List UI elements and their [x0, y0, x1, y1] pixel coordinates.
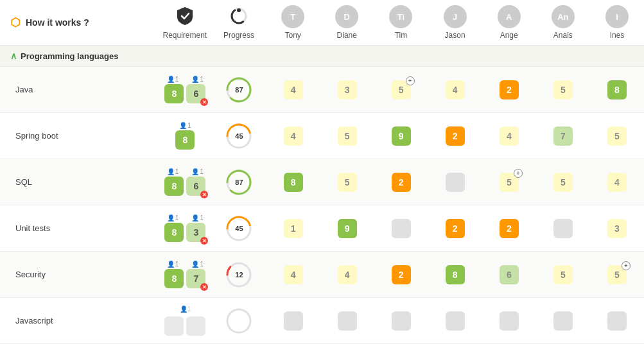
badge-tony[interactable]: 4 — [284, 265, 303, 284]
badge-diane[interactable]: 9 — [338, 219, 357, 238]
count-label-1: 👤1 — [167, 214, 179, 221]
progress-circle: 87 — [225, 76, 253, 104]
progress-icon — [230, 6, 248, 28]
badge-jason[interactable]: 4 — [446, 80, 465, 100]
badge-diane[interactable] — [338, 311, 357, 331]
person-cell-ines: 3 — [590, 219, 644, 238]
req-badge-val2[interactable]: 6✕ — [186, 84, 205, 103]
avatar-jason: J — [444, 5, 467, 28]
badge-ines[interactable]: 4 — [607, 173, 627, 192]
progress-circle: 45 — [225, 122, 253, 150]
badge-anais[interactable]: 7 — [553, 126, 573, 146]
badge-jason[interactable]: 2 — [446, 219, 465, 238]
label-jason: Jason — [445, 31, 466, 40]
badge-tony[interactable] — [284, 311, 303, 331]
badge-tim[interactable]: 9 — [392, 126, 411, 146]
error-dot-icon: ✕ — [200, 191, 208, 198]
badge-jason[interactable] — [446, 311, 465, 331]
badge-anais[interactable]: 5 — [553, 80, 573, 100]
prog-cell: 45 — [212, 214, 266, 243]
count-label-1: 👤1 — [179, 122, 191, 129]
badge-ange[interactable]: 5+ — [500, 173, 519, 192]
badge-ines[interactable]: 3 — [607, 219, 627, 238]
label-diane: Diane — [337, 31, 357, 40]
badge-tim[interactable] — [392, 311, 411, 331]
badge-anais[interactable] — [553, 311, 573, 331]
prog-cell: 87 — [212, 168, 266, 196]
person-cell-ange: 5+ — [482, 173, 536, 192]
req-badge-val1[interactable]: 8 — [164, 269, 184, 288]
person-cell-tony — [266, 311, 320, 331]
badge-ines[interactable]: 5+ — [607, 265, 627, 284]
badge-tim[interactable]: 5+ — [392, 80, 411, 100]
badge-anais[interactable]: 5 — [553, 265, 573, 284]
badge-diane[interactable]: 3 — [338, 80, 357, 100]
badge-diane[interactable]: 4 — [338, 265, 357, 284]
badge-diane[interactable]: 5 — [338, 126, 357, 146]
req-cell: 👤1 8 — [158, 122, 212, 150]
req-badge-val2[interactable]: 3✕ — [186, 223, 205, 242]
header-col-tony: T Tony — [266, 5, 320, 40]
avatar-diane: D — [335, 5, 358, 28]
badge-tony[interactable]: 4 — [284, 126, 303, 146]
badge-tony[interactable]: 1 — [284, 219, 303, 238]
person-cell-ange: 2 — [482, 219, 536, 238]
person-cell-jason — [428, 311, 482, 331]
person-cell-tim: 2 — [374, 173, 428, 192]
badge-tony[interactable]: 4 — [284, 80, 303, 100]
badge-ines[interactable]: 8 — [607, 80, 627, 100]
req-badge-left — [164, 316, 184, 336]
count-label-1: 👤1 — [167, 261, 179, 268]
person-cell-anais — [536, 311, 590, 331]
badge-ange[interactable] — [500, 311, 519, 331]
req-badge-val1[interactable]: 8 — [164, 177, 184, 196]
header-col-jason: J Jason — [428, 5, 482, 40]
row-label: Java — [0, 85, 158, 94]
badge-jason[interactable]: 2 — [446, 126, 465, 146]
badge-ines[interactable]: 5 — [607, 126, 627, 146]
badge-jason[interactable] — [446, 173, 465, 192]
person-cell-jason: 4 — [428, 80, 482, 100]
badge-ange[interactable]: 2 — [500, 80, 519, 100]
badge-tim[interactable]: 2 — [392, 265, 411, 284]
progress-label: 45 — [235, 225, 243, 232]
person-cell-anais: 7 — [536, 126, 590, 146]
req-badge-val1[interactable]: 8 — [175, 130, 195, 150]
req-badge-val1[interactable]: 8 — [164, 223, 184, 242]
badge-ange[interactable]: 6 — [500, 265, 519, 284]
person-cell-anais: 5 — [536, 80, 590, 100]
app-logo-icon: ⬡ — [10, 15, 21, 30]
req-badge-val2[interactable]: 6✕ — [186, 177, 205, 196]
count-label-2: 👤1 — [191, 261, 204, 268]
badge-jason[interactable]: 8 — [446, 265, 465, 284]
row-label: Security — [0, 270, 158, 279]
header-title-cell: ⬡ How it works ? — [0, 15, 158, 30]
svg-point-13 — [227, 309, 250, 333]
req-badge-val2[interactable]: 7✕ — [186, 269, 205, 288]
section-row[interactable]: ∧ Programming languages — [0, 46, 644, 67]
badge-ange[interactable]: 4 — [500, 126, 519, 146]
badge-anais[interactable] — [553, 219, 573, 238]
svg-point-2 — [237, 8, 241, 12]
badge-anais[interactable]: 5 — [553, 173, 573, 192]
person-cell-anais — [536, 219, 590, 238]
badge-diane[interactable]: 5 — [338, 173, 357, 192]
progress-label: 87 — [235, 178, 243, 186]
table-row: Spring boot 👤1 8 45 4 5 9 2 4 7 5 — [0, 113, 644, 159]
progress-label: 45 — [235, 132, 243, 140]
badge-ange[interactable]: 2 — [500, 219, 519, 238]
progress-circle: 87 — [225, 168, 253, 196]
badge-tim[interactable] — [392, 219, 411, 238]
person-cell-ange: 2 — [482, 80, 536, 100]
avatar-ange: A — [498, 5, 521, 28]
table-row: SQL 👤1 👤1 8 6✕ 87 8 5 2 5+ 5 — [0, 159, 644, 205]
count-label-1: 👤1 — [167, 168, 179, 175]
table-row: Unit tests 👤1 👤1 8 3✕ 45 1 9 2 2 — [0, 205, 644, 252]
badge-ines[interactable] — [607, 311, 627, 331]
req-badge-val1[interactable]: 8 — [164, 84, 184, 103]
badge-tim[interactable]: 2 — [392, 173, 411, 192]
header-col-requirement: Requirement — [158, 6, 212, 40]
req-cell: 👤1 👤1 8 7✕ — [158, 261, 212, 288]
badge-tony[interactable]: 8 — [284, 173, 303, 192]
avatar-tim: Ti — [389, 5, 412, 28]
